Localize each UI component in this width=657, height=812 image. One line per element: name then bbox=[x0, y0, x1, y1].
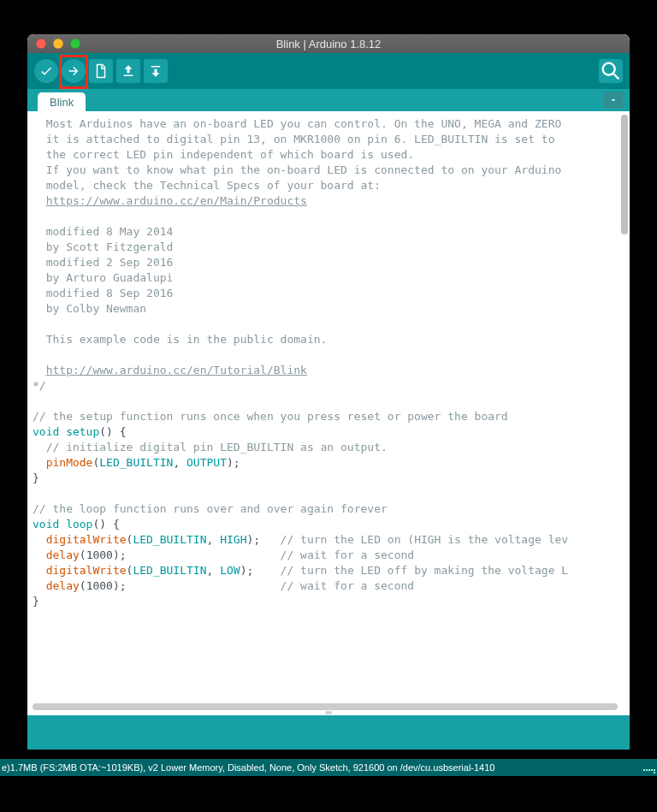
new-sketch-button[interactable] bbox=[89, 59, 113, 83]
close-window-icon[interactable] bbox=[36, 39, 46, 49]
arduino-ide-window: Blink | Arduino 1.8.12 Blink bbox=[27, 34, 630, 750]
editor-vertical-scrollbar[interactable] bbox=[621, 115, 628, 696]
window-controls bbox=[27, 39, 80, 49]
minimize-window-icon[interactable] bbox=[53, 39, 63, 49]
serial-monitor-button[interactable] bbox=[599, 59, 623, 83]
code-content: Most Arduinos have an on-board LED you c… bbox=[27, 111, 630, 614]
file-icon bbox=[93, 63, 109, 79]
console-area bbox=[27, 715, 630, 750]
tab-strip: Blink bbox=[27, 89, 630, 111]
toolbar bbox=[27, 53, 630, 89]
upload-button[interactable] bbox=[62, 59, 86, 83]
code-editor[interactable]: Most Arduinos have an on-board LED you c… bbox=[27, 111, 630, 715]
board-status-text: e)1.7MB (FS:2MB OTA:~1019KB), v2 Lower M… bbox=[2, 762, 494, 773]
window-title: Blink | Arduino 1.8.12 bbox=[27, 38, 630, 50]
svg-point-0 bbox=[603, 63, 615, 75]
resize-grip-icon[interactable] bbox=[643, 762, 655, 773]
tab-menu-button[interactable] bbox=[604, 92, 623, 109]
link-tutorial-blink[interactable]: http://www.arduino.cc/en/Tutorial/Blink bbox=[46, 364, 307, 376]
arrow-up-icon bbox=[121, 63, 136, 79]
window-titlebar: Blink | Arduino 1.8.12 bbox=[27, 34, 630, 53]
open-sketch-button[interactable] bbox=[116, 59, 140, 83]
editor-horizontal-scrollbar[interactable] bbox=[33, 703, 618, 710]
verify-button[interactable] bbox=[34, 59, 58, 83]
editor-resize-grip[interactable] bbox=[27, 710, 630, 715]
chevron-down-icon bbox=[608, 95, 619, 105]
zoom-window-icon[interactable] bbox=[70, 39, 80, 49]
save-sketch-button[interactable] bbox=[144, 59, 168, 83]
scrollbar-thumb[interactable] bbox=[621, 115, 628, 234]
arrow-right-icon bbox=[67, 64, 80, 78]
link-products[interactable]: https://www.arduino.cc/en/Main/Products bbox=[46, 194, 307, 207]
tab-blink[interactable]: Blink bbox=[38, 92, 86, 111]
check-icon bbox=[39, 64, 53, 78]
arrow-down-icon bbox=[148, 63, 163, 79]
scrollbar-thumb[interactable] bbox=[33, 703, 618, 710]
magnifier-icon bbox=[599, 59, 623, 83]
board-status-bar: e)1.7MB (FS:2MB OTA:~1019KB), v2 Lower M… bbox=[0, 759, 657, 776]
